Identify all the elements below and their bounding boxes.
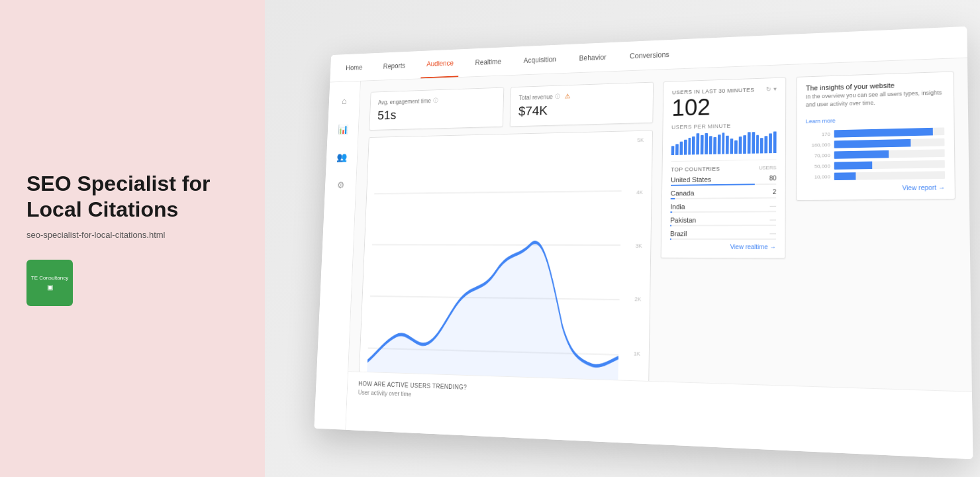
fr-learn-more-link[interactable]: Learn more xyxy=(806,118,836,125)
metric-engagement-text: Avg. engagement time xyxy=(378,97,431,105)
nav-item-acquisition[interactable]: Acquisition xyxy=(518,44,563,74)
page-title: SEO Specialist for Local Citations xyxy=(26,171,238,222)
metric-engagement-label: Avg. engagement time ⓘ xyxy=(378,95,496,106)
page-url: seo-specialist-for-local-citations.html xyxy=(26,230,238,240)
rt-chevron-icon[interactable]: ▾ xyxy=(773,85,777,92)
country-row-us: United States 80 xyxy=(671,175,776,186)
mini-bar-6 xyxy=(692,136,695,155)
h-bar-row-3: 70,000 xyxy=(806,149,945,159)
top-countries-header: TOP COUNTRIES USERS xyxy=(671,159,776,172)
country-row-br: Brazil — xyxy=(670,230,776,240)
thumbnail-icon: ▣ xyxy=(47,284,53,291)
country-count-in: — xyxy=(770,202,777,209)
country-name-us: United States xyxy=(671,176,711,184)
mini-bar-19 xyxy=(748,132,751,154)
view-report-text: View report → xyxy=(903,184,946,191)
sidebar-icon-home[interactable]: ⌂ xyxy=(336,93,352,110)
mini-bar-12 xyxy=(717,134,720,154)
screenshot-wrapper: Home Reports Audience Realtime Acquisiti… xyxy=(265,0,980,477)
mini-bar-15 xyxy=(730,138,734,154)
y-label-1k: 1K xyxy=(634,350,640,357)
horizontal-bar-chart: 170 160,000 70,000 xyxy=(806,128,945,181)
nav-item-home[interactable]: Home xyxy=(340,54,368,81)
h-bar-label-2: 160,000 xyxy=(806,142,830,148)
mini-bar-13 xyxy=(722,132,725,154)
page-wrapper: SEO Specialist for Local Citations seo-s… xyxy=(0,0,980,477)
sidebar-icon-users[interactable]: 👥 xyxy=(334,148,350,166)
y-label-3k: 3K xyxy=(636,242,642,248)
svg-line-1 xyxy=(372,244,620,245)
left-panel: SEO Specialist for Local Citations seo-s… xyxy=(0,0,265,477)
svg-line-0 xyxy=(374,191,621,193)
mini-bar-5 xyxy=(688,138,691,155)
view-realtime-text: View realtime → xyxy=(730,244,775,251)
mini-bar-16 xyxy=(734,140,738,154)
view-realtime-link[interactable]: View realtime → xyxy=(670,243,776,250)
realtime-users-count: 102 xyxy=(671,93,776,119)
nav-item-behavior[interactable]: Behavior xyxy=(573,42,612,73)
metric-revenue-text: Total revenue xyxy=(518,93,552,101)
info-icon-revenue: ⓘ xyxy=(555,93,560,101)
warning-icon: ⚠ xyxy=(565,93,571,101)
screenshot-inner: Home Reports Audience Realtime Acquisiti… xyxy=(314,26,973,459)
mini-bar-18 xyxy=(743,135,746,154)
mini-bar-11 xyxy=(713,137,716,154)
line-chart-svg xyxy=(366,138,622,411)
nav-item-reports[interactable]: Reports xyxy=(377,52,411,80)
country-count-pk: — xyxy=(769,216,776,223)
nav-item-conversions[interactable]: Conversions xyxy=(624,40,675,71)
mini-bar-21 xyxy=(756,135,760,154)
country-row-in: India — xyxy=(670,202,776,213)
mini-bar-chart xyxy=(671,131,777,155)
info-icon: ⓘ xyxy=(433,97,438,104)
sidebar-icon-chart[interactable]: 📊 xyxy=(335,121,351,138)
rt-controls: ↻ ▾ xyxy=(766,85,777,93)
country-name-pk: Pakistan xyxy=(670,217,696,224)
rt-refresh-icon[interactable]: ↻ xyxy=(766,85,771,92)
mini-bar-14 xyxy=(726,136,729,154)
country-name-br: Brazil xyxy=(670,230,687,237)
mini-bar-4 xyxy=(683,140,687,155)
top-countries-label: TOP COUNTRIES xyxy=(671,166,720,172)
country-row-ca: Canada 2 xyxy=(671,188,777,199)
fr-card-desc: In the overview you can see all users ty… xyxy=(806,89,944,109)
country-name-ca: Canada xyxy=(671,189,695,197)
h-bar-label-4: 50,000 xyxy=(806,163,830,169)
metric-tile-revenue: Total revenue ⓘ ⚠ $74K xyxy=(510,82,654,127)
metric-engagement-value: 51s xyxy=(377,105,495,123)
country-count-ca: 2 xyxy=(773,188,776,195)
mini-bar-17 xyxy=(739,136,742,154)
metric-revenue-value: $74K xyxy=(518,100,645,119)
country-count-br: — xyxy=(769,230,776,237)
mini-bar-7 xyxy=(696,133,699,154)
mini-bar-2 xyxy=(675,144,679,155)
h-bar-row-1: 170 xyxy=(806,128,944,138)
h-bar-label-5: 10,000 xyxy=(806,174,830,180)
mini-bar-9 xyxy=(705,133,708,154)
thumbnail-text: TE Consultancy xyxy=(31,275,68,282)
mini-bar-20 xyxy=(752,132,755,154)
view-report-link[interactable]: View report → xyxy=(806,184,946,193)
mini-bar-8 xyxy=(701,135,704,154)
realtime-card: USERS IN LAST 30 MINUTES ↻ ▾ 102 USERS xyxy=(661,77,787,258)
h-bar-label-1: 170 xyxy=(806,131,830,137)
mini-bar-10 xyxy=(709,136,712,154)
bs-section-trending: HOW ARE ACTIVE USERS TRENDING? User acti… xyxy=(357,380,959,449)
h-bar-row-2: 160,000 xyxy=(806,138,945,149)
nav-item-realtime[interactable]: Realtime xyxy=(469,47,507,76)
mini-bar-23 xyxy=(765,136,768,153)
sidebar-icon-settings[interactable]: ⚙ xyxy=(332,176,349,193)
h-bar-row-5: 10,000 xyxy=(806,171,945,180)
metric-revenue-label: Total revenue ⓘ ⚠ xyxy=(518,90,644,102)
users-col-label: USERS xyxy=(759,165,776,172)
mini-bar-25 xyxy=(773,131,777,153)
far-right-card: The insights of your website In the over… xyxy=(796,71,956,201)
y-label-4k: 4K xyxy=(636,189,643,195)
mini-bar-1 xyxy=(671,146,675,155)
nav-item-audience[interactable]: Audience xyxy=(420,49,459,78)
thumbnail-card[interactable]: TE Consultancy ▣ xyxy=(26,260,73,306)
mini-bar-3 xyxy=(679,142,683,155)
country-row-pk: Pakistan — xyxy=(670,216,776,227)
h-bar-row-4: 50,000 xyxy=(806,160,945,170)
country-name-in: India xyxy=(670,203,685,210)
